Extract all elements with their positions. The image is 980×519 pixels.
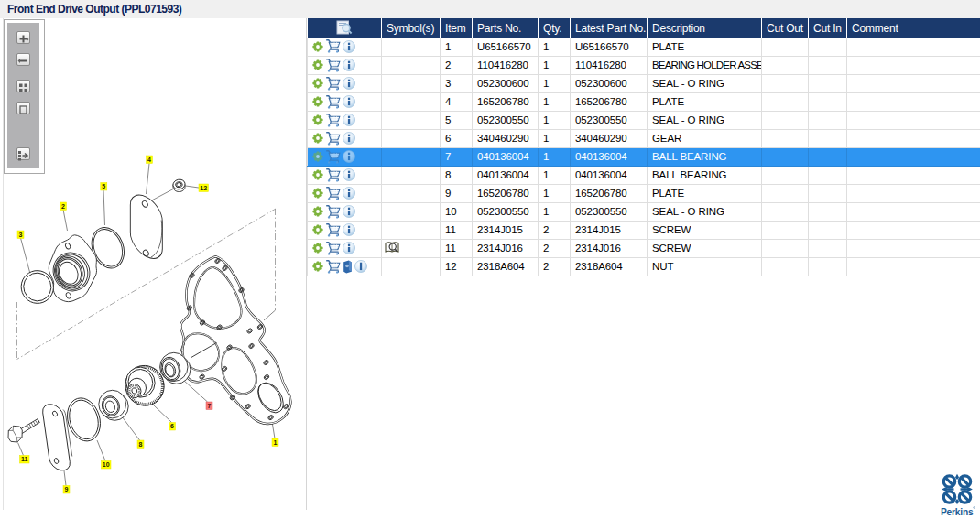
svg-text:Perkins: Perkins xyxy=(941,507,974,517)
svg-text:10: 10 xyxy=(103,461,110,468)
svg-text:4: 4 xyxy=(147,157,151,163)
svg-text:8: 8 xyxy=(139,441,143,448)
svg-text:3: 3 xyxy=(19,232,23,238)
svg-text:12: 12 xyxy=(200,185,207,191)
svg-text:9: 9 xyxy=(65,486,69,492)
svg-text:2: 2 xyxy=(61,203,65,210)
svg-text:6: 6 xyxy=(170,423,174,429)
svg-text:1: 1 xyxy=(274,439,278,446)
svg-text:11: 11 xyxy=(21,456,28,462)
svg-text:5: 5 xyxy=(102,183,105,189)
svg-text:7: 7 xyxy=(208,403,212,409)
